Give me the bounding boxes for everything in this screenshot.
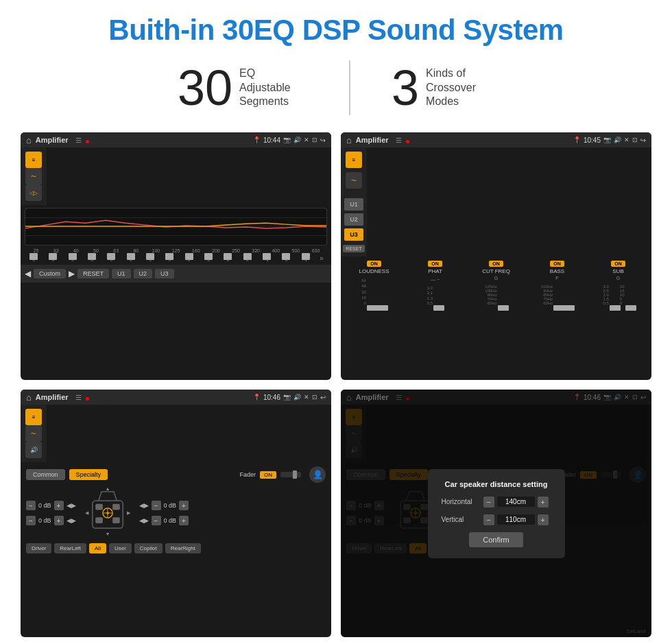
speaker-icon-3[interactable]: 🔊: [25, 442, 42, 458]
on-sub[interactable]: ON: [611, 261, 625, 267]
reset-btn-side[interactable]: RESET: [343, 245, 364, 252]
home-icon-1[interactable]: ⌂: [26, 135, 32, 145]
u1-side[interactable]: U1: [344, 198, 363, 211]
fader-8[interactable]: 0: [160, 254, 178, 262]
user-avatar[interactable]: 👤: [309, 466, 326, 483]
volume-icon-3[interactable]: 🔊: [293, 394, 301, 401]
left-front-plus[interactable]: +: [54, 501, 64, 510]
channel-sub: ON SUB G 3.02.52.01.50.5 20151050: [589, 261, 647, 308]
crossover-main: ON LOUDNESS 644832160: [341, 257, 651, 311]
wave-icon-2[interactable]: 〜: [346, 172, 362, 189]
user-btn[interactable]: User: [109, 543, 132, 553]
play-icon[interactable]: ▶: [69, 269, 75, 278]
all-btn[interactable]: All: [89, 543, 106, 553]
fader-horiz[interactable]: [280, 472, 301, 477]
u1-btn[interactable]: U1: [112, 269, 131, 278]
eq-filter-icon[interactable]: ≡: [25, 152, 42, 168]
volume-icon-1[interactable]: 🔊: [293, 136, 301, 143]
on-loudness[interactable]: ON: [367, 261, 381, 267]
menu-icon-3[interactable]: ☰: [75, 394, 82, 401]
fader-on[interactable]: ON: [260, 471, 276, 479]
fader-7[interactable]: 0: [141, 254, 159, 262]
camera-icon-3[interactable]: 📷: [283, 394, 291, 401]
fader-15[interactable]: -1: [297, 254, 315, 262]
eq-volume-icon[interactable]: ◁▷: [25, 184, 42, 201]
scroll-more[interactable]: »: [316, 254, 327, 262]
back-icon-3[interactable]: ↩: [320, 394, 326, 401]
back-icon-1[interactable]: ↩: [320, 136, 326, 144]
filter-icon-3[interactable]: ≡: [25, 409, 42, 425]
bass-fader-area: 100Hz90Hz80Hz70Hz60Hz: [541, 282, 573, 308]
fader-6[interactable]: 0: [122, 254, 140, 262]
confirm-button[interactable]: Confirm: [469, 532, 523, 547]
window-icon-2[interactable]: ⊡: [632, 136, 638, 143]
camera-icon-1[interactable]: 📷: [283, 136, 291, 143]
rearleft-btn[interactable]: RearLeft: [54, 543, 86, 553]
vertical-minus[interactable]: −: [483, 514, 494, 525]
volume-icon-2[interactable]: 🔊: [614, 136, 621, 143]
home-icon-3[interactable]: ⌂: [26, 392, 32, 403]
prev-icon[interactable]: ◀: [25, 269, 31, 278]
vertical-plus[interactable]: +: [538, 514, 549, 525]
u3-btn[interactable]: U3: [155, 269, 174, 278]
right-rear-minus[interactable]: −: [152, 516, 161, 525]
camera-icon-2[interactable]: 📷: [603, 136, 611, 143]
left-front-minus[interactable]: −: [26, 501, 36, 510]
vertical-value: 110cm: [497, 514, 535, 525]
left-rear-minus[interactable]: −: [26, 516, 36, 525]
common-btn[interactable]: Common: [26, 469, 65, 480]
channel-cutfreq: ON CUT FREQ G 125Hz100Hz80Hz70Hz60Hz: [467, 261, 525, 308]
right-front-minus[interactable]: −: [152, 501, 161, 510]
on-bass[interactable]: ON: [550, 261, 564, 267]
fader-9[interactable]: 0: [180, 254, 198, 262]
on-phat[interactable]: ON: [428, 261, 442, 267]
right-rear-plus[interactable]: +: [179, 516, 189, 525]
svg-point-11: [106, 512, 109, 514]
left-rear-plus[interactable]: +: [54, 516, 64, 525]
horizontal-minus[interactable]: −: [483, 497, 494, 508]
location-icon-2: 📍: [573, 136, 581, 143]
reset-btn[interactable]: RESET: [77, 269, 109, 278]
close-icon-1[interactable]: ✕: [304, 136, 309, 143]
fader-1[interactable]: 0: [25, 254, 43, 262]
filter-icon-2[interactable]: ≡: [346, 152, 362, 168]
record-icon-2: [406, 134, 409, 146]
u3-side[interactable]: U3: [344, 228, 363, 241]
custom-preset[interactable]: Custom: [34, 269, 66, 278]
fader-11[interactable]: 0: [219, 254, 237, 262]
fader-10[interactable]: 0: [200, 254, 217, 262]
home-icon-2[interactable]: ⌂: [346, 135, 352, 145]
horizontal-plus[interactable]: +: [538, 497, 549, 508]
cutfreq-scale: 125Hz100Hz80Hz70Hz60Hz: [485, 285, 496, 305]
rearright-btn[interactable]: RearRight: [165, 543, 201, 553]
specialty-btn[interactable]: Specialty: [69, 469, 108, 480]
on-cutfreq[interactable]: ON: [489, 261, 503, 267]
back-icon-2[interactable]: ↩: [640, 136, 646, 144]
fader-13[interactable]: -1: [258, 254, 276, 262]
window-icon-3[interactable]: ⊡: [312, 394, 317, 401]
menu-icon-1[interactable]: ☰: [75, 136, 82, 144]
sub-fader-area: 3.02.52.01.50.5 20151050: [603, 282, 633, 308]
close-icon-2[interactable]: ✕: [624, 136, 629, 143]
menu-icon-2[interactable]: ☰: [396, 136, 402, 144]
copilot-btn[interactable]: Copilot: [134, 543, 163, 553]
vertical-label: Vertical: [442, 516, 479, 523]
u2-side[interactable]: U2: [344, 213, 363, 226]
fader-4[interactable]: 5: [83, 254, 101, 262]
u2-btn[interactable]: U2: [134, 269, 153, 278]
horizontal-value: 140cm: [497, 497, 535, 507]
wave-icon-3[interactable]: 〜: [25, 425, 42, 442]
window-icon-1[interactable]: ⊡: [312, 136, 317, 143]
fader-12[interactable]: 0: [239, 254, 256, 262]
fader-5[interactable]: 0: [102, 254, 120, 262]
app-name-3: Amplifier: [36, 393, 69, 401]
crossover-sidebar: ≡ 〜 U1 U2 U3 RESET: [341, 147, 367, 257]
status-bar-3: ⌂ Amplifier ☰ 📍 10:46 📷 🔊 ✕ ⊡ ↩: [21, 390, 331, 405]
fader-2[interactable]: 0: [44, 254, 62, 262]
close-icon-3[interactable]: ✕: [304, 394, 309, 401]
eq-wave-icon[interactable]: 〜: [25, 168, 42, 184]
driver-btn[interactable]: Driver: [26, 543, 51, 553]
fader-14[interactable]: 0: [277, 254, 295, 262]
fader-3[interactable]: 0: [64, 254, 82, 262]
right-front-plus[interactable]: +: [179, 501, 189, 510]
